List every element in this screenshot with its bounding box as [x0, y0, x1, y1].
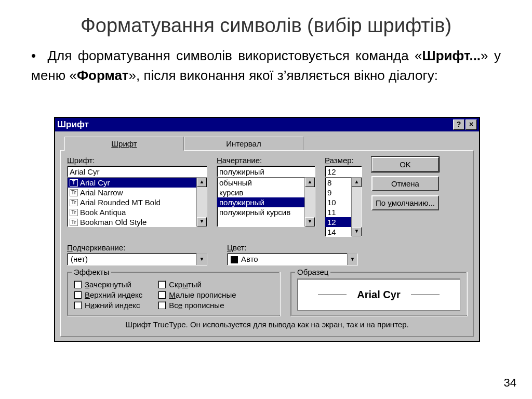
color-label: Цвет:	[227, 243, 358, 252]
scrollbar[interactable]: ▲ ▼	[196, 178, 207, 227]
style-input[interactable]: полужирный	[217, 166, 315, 177]
scroll-down-icon[interactable]: ▼	[197, 217, 207, 227]
ok-button[interactable]: OK	[371, 157, 439, 172]
scroll-up-icon[interactable]: ▲	[352, 178, 362, 187]
smallcaps-checkbox[interactable]	[158, 291, 166, 299]
subscript-checkbox[interactable]	[74, 301, 82, 309]
list-item[interactable]: 14	[325, 227, 351, 237]
scroll-down-icon[interactable]: ▼	[305, 217, 315, 227]
close-button[interactable]: ×	[466, 119, 477, 130]
list-item[interactable]: 11	[325, 207, 351, 217]
allcaps-label: Все прописные	[169, 301, 224, 310]
size-label: Размер:	[325, 156, 362, 165]
list-item[interactable]: 10	[325, 197, 351, 207]
superscript-label: Верхний индекс	[85, 290, 142, 299]
list-item[interactable]: TArial Cyr	[68, 178, 196, 188]
truetype-icon: Tr	[70, 189, 78, 196]
underline-combo[interactable]: (нет) ▼	[67, 253, 207, 265]
default-button[interactable]: По умолчанию...	[371, 195, 439, 210]
sample-underline-icon	[411, 295, 440, 295]
scrollbar[interactable]: ▲ ▼	[351, 178, 362, 236]
scroll-up-icon[interactable]: ▲	[197, 178, 207, 187]
slide-title: Форматування символів (вибір шрифтів)	[0, 15, 532, 37]
font-dialog: Шрифт ? × Шрифт Интервал Шрифт: Arial Cy…	[54, 117, 480, 342]
subscript-label: Нижний индекс	[85, 301, 140, 310]
smallcaps-label: Малые прописные	[169, 290, 236, 299]
list-item[interactable]: 12	[325, 217, 351, 227]
truetype-icon: Tr	[70, 209, 78, 216]
tab-panel-font: Шрифт: Arial Cyr TArial Cyr TrArial Narr…	[60, 150, 474, 337]
font-input[interactable]: Arial Cyr	[67, 166, 207, 177]
scroll-down-icon[interactable]: ▼	[352, 227, 362, 236]
tab-font[interactable]: Шрифт	[64, 137, 184, 151]
list-item[interactable]: полужирный	[217, 197, 304, 207]
sample-preview: Arial Cyr	[297, 278, 460, 311]
list-item[interactable]: TrBook Antiqua	[68, 207, 196, 217]
list-item[interactable]: TrArial Narrow	[68, 188, 196, 197]
allcaps-checkbox[interactable]	[158, 301, 166, 309]
effects-group: Эффекты Зачеркнутый Верхний индекс Нижни…	[67, 272, 280, 316]
list-item[interactable]: 8	[325, 178, 351, 188]
list-item[interactable]: курсив	[217, 188, 304, 197]
cancel-button[interactable]: Отмена	[371, 176, 439, 191]
truetype-icon: Tr	[70, 219, 78, 226]
underline-label: Подчеркивание:	[67, 243, 207, 252]
sample-legend: Образец	[295, 268, 330, 276]
scroll-up-icon[interactable]: ▲	[305, 178, 315, 187]
size-input[interactable]: 12	[325, 166, 362, 177]
tab-spacing[interactable]: Интервал	[184, 137, 303, 151]
list-item[interactable]: полужирный курсив	[217, 207, 304, 217]
size-listbox[interactable]: 8 9 10 11 12 14 ▲ ▼	[325, 177, 362, 237]
scrollbar[interactable]: ▲ ▼	[304, 178, 315, 227]
color-swatch-icon	[231, 256, 238, 263]
status-line: Шрифт TrueType. Он используется для выво…	[67, 320, 467, 329]
superscript-checkbox[interactable]	[74, 291, 82, 299]
slide-body-text: • Для форматування символів використовує…	[31, 46, 501, 85]
chevron-down-icon[interactable]: ▼	[196, 254, 207, 265]
hidden-checkbox[interactable]	[158, 281, 166, 288]
style-label: Начертание:	[217, 156, 315, 165]
dialog-titlebar: Шрифт ? ×	[55, 118, 479, 131]
strike-checkbox[interactable]	[74, 281, 82, 288]
hidden-label: Скрытый	[169, 280, 202, 289]
truetype-icon: Tr	[70, 199, 78, 206]
dialog-title: Шрифт	[57, 119, 452, 130]
strike-label: Зачеркнутый	[85, 280, 131, 289]
sample-text: Arial Cyr	[357, 289, 400, 301]
list-item[interactable]: 9	[325, 188, 351, 197]
list-item[interactable]: обычный	[217, 178, 304, 188]
style-listbox[interactable]: обычный курсив полужирный полужирный кур…	[217, 177, 315, 227]
sample-group: Образец Arial Cyr	[290, 272, 467, 316]
font-label: Шрифт:	[67, 156, 207, 165]
chevron-down-icon[interactable]: ▼	[347, 254, 357, 265]
list-item[interactable]: TrBookman Old Style	[68, 217, 196, 227]
effects-legend: Эффекты	[72, 268, 111, 276]
color-combo[interactable]: Авто ▼	[227, 253, 358, 265]
help-button[interactable]: ?	[453, 119, 464, 130]
font-listbox[interactable]: TArial Cyr TrArial Narrow TrArial Rounde…	[67, 177, 207, 227]
page-number: 34	[504, 376, 516, 390]
truetype-icon: T	[70, 179, 78, 187]
list-item[interactable]: TrArial Rounded MT Bold	[68, 197, 196, 207]
sample-underline-icon	[318, 295, 347, 295]
